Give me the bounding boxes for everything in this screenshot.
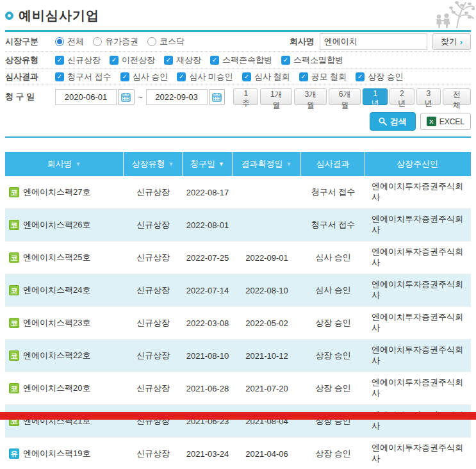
column-label: 상장유형 — [132, 158, 165, 170]
period-button[interactable]: 6개월 — [329, 88, 361, 105]
company-name[interactable]: 엔에이치스팩26호 — [23, 219, 90, 231]
filter-checkbox[interactable]: 공모 철회 — [299, 71, 347, 83]
result-date-cell: 2022-05-02 — [233, 318, 301, 328]
company-name[interactable]: 엔에이치스팩24호 — [23, 284, 90, 296]
filter-checkbox[interactable]: 신규상장 — [55, 54, 101, 66]
filter-checkbox[interactable]: 스팩존속합병 — [210, 54, 272, 66]
table-row[interactable]: 코 엔에이치스팩25호 신규상장 2022-07-25 2022-09-01 심… — [5, 242, 471, 274]
table-header-cell[interactable]: 청구일 — [183, 152, 233, 176]
table-row[interactable]: 코 엔에이치스팩26호 신규상장 2022-08-01 청구서 접수 엔에이치투… — [5, 209, 471, 242]
panel-divider — [5, 136, 471, 138]
company-cell: 유 엔에이치스팩19호 — [5, 448, 124, 459]
radio-icon — [147, 37, 156, 46]
table-header-cell[interactable]: 회사명 — [5, 152, 124, 176]
table-row[interactable]: 코 엔에이치스팩23호 신규상장 2022-03-08 2022-05-02 상… — [5, 307, 471, 340]
filter-checkbox[interactable]: 심사 미승인 — [177, 71, 233, 83]
market-badge: 코 — [9, 318, 19, 328]
market-radio-group: 전체 유가증권 코스닥 — [55, 36, 185, 47]
filter-checkbox[interactable]: 이전상장 — [110, 54, 155, 66]
date-to-input[interactable] — [146, 89, 208, 105]
market-badge: 코 — [9, 383, 19, 393]
excel-icon — [427, 117, 436, 126]
date-from-input[interactable] — [55, 89, 117, 105]
filter-checkbox[interactable]: 심사 승인 — [120, 71, 168, 83]
request-date-cell: 2022-08-17 — [183, 188, 233, 197]
period-button[interactable]: 2년 — [390, 88, 414, 105]
table-row[interactable]: 코 엔에이치스팩20호 신규상장 2021-06-28 2021-07-20 상… — [5, 372, 471, 405]
filter-checkbox[interactable]: 스팩소멸합병 — [281, 54, 343, 66]
company-name[interactable]: 엔에이치스팩23호 — [23, 317, 90, 329]
filter-checkbox[interactable]: 심사 철회 — [242, 71, 290, 83]
company-name[interactable]: 엔에이치스팩27호 — [23, 186, 90, 198]
listing-type-checkbox-group: 신규상장 이전상장 재상장 스팩존속합병 스팩소멸합병 — [55, 54, 343, 66]
listing-type-cell: 신규상장 — [124, 284, 183, 296]
table-row[interactable]: 유 엔에이치스팩19호 신규상장 2021-03-24 2021-04-06 상… — [5, 438, 471, 469]
company-cell: 코 엔에이치스팩24호 — [5, 284, 124, 296]
company-name[interactable]: 엔에이치스팩25호 — [23, 252, 90, 263]
filter-checkbox[interactable]: 상장 승인 — [356, 71, 404, 83]
period-button[interactable]: 1주 — [233, 88, 258, 105]
table-row[interactable]: 코 엔에이치스팩21호 신규상장 2021-06-23 2021-08-04 상… — [5, 405, 471, 438]
market-radio[interactable]: 전체 — [55, 36, 84, 47]
checkbox-icon — [356, 72, 365, 81]
radio-icon — [93, 37, 102, 46]
underwriter-cell: 엔에이치투자증권주식회사 — [365, 181, 470, 203]
market-badge: 코 — [9, 187, 19, 197]
listing-type-filter-label: 상장유형 — [5, 54, 55, 66]
decorative-tree-image — [403, 0, 475, 28]
find-button[interactable]: 찾기› — [432, 33, 471, 50]
column-label: 심사결과 — [316, 158, 350, 170]
table-row[interactable]: 코 엔에이치스팩22호 신규상장 2021-08-10 2021-10-12 상… — [5, 340, 471, 372]
table-header-cell[interactable]: 상장주선인 — [365, 152, 470, 176]
company-cell: 코 엔에이치스팩27호 — [5, 186, 124, 198]
period-button[interactable]: 전체 — [443, 88, 471, 105]
search-button[interactable]: 검색 — [370, 112, 416, 131]
checkbox-icon — [281, 56, 290, 65]
market-radio[interactable]: 유가증권 — [93, 36, 138, 47]
calendar-from-button[interactable] — [118, 89, 135, 105]
table-header-cell[interactable]: 결과확정일 — [233, 152, 301, 176]
company-cell: 코 엔에이치스팩25호 — [5, 252, 124, 263]
period-button-group: 1주1개월3개월6개월1년2년3년전체 — [231, 88, 471, 105]
filter-checkbox[interactable]: 재상장 — [164, 54, 201, 66]
company-name-input[interactable] — [320, 33, 427, 50]
table-row[interactable]: 코 엔에이치스팩24호 신규상장 2022-07-14 2022-08-10 심… — [5, 274, 471, 307]
market-radio[interactable]: 코스닥 — [147, 36, 185, 47]
page-header: 예비심사기업 — [0, 0, 476, 32]
table-row[interactable]: 코 엔에이치스팩27호 신규상장 2022-08-17 청구서 접수 엔에이치투… — [5, 176, 471, 209]
table-header-cell[interactable]: 심사결과 — [301, 152, 365, 176]
period-button[interactable]: 1개월 — [260, 88, 292, 105]
request-date-cell: 2021-03-24 — [183, 449, 233, 459]
underwriter-cell: 엔에이치투자증권주식회사 — [365, 214, 470, 236]
company-name[interactable]: 엔에이치스팩20호 — [23, 383, 90, 394]
column-label: 상장주선인 — [397, 158, 438, 170]
company-name[interactable]: 엔에이치스팩19호 — [23, 448, 90, 459]
period-button[interactable]: 3년 — [416, 88, 441, 105]
request-date-cell: 2022-03-08 — [183, 318, 233, 328]
underwriter-cell: 엔에이치투자증권주식회사 — [365, 345, 470, 366]
chevron-right-icon: › — [460, 37, 463, 47]
table-header-cell[interactable]: 상장유형 — [124, 152, 183, 176]
period-button[interactable]: 1년 — [363, 88, 388, 105]
checkbox-label: 상장 승인 — [368, 71, 404, 83]
request-date-cell: 2022-07-25 — [183, 253, 233, 263]
checkbox-label: 신규상장 — [67, 54, 101, 66]
filter-checkbox[interactable]: 청구서 접수 — [55, 71, 111, 83]
market-badge: 코 — [9, 220, 19, 230]
search-filter-panel: 시장구분 전체 유가증권 코스닥 회사명 찾기› 상장유형 신규상장 이전상장 … — [0, 32, 476, 138]
review-result-cell: 상장 승인 — [301, 317, 365, 329]
calendar-to-button[interactable] — [209, 89, 226, 105]
column-label: 청구일 — [190, 158, 215, 170]
radio-label: 전체 — [67, 36, 84, 47]
radio-label: 코스닥 — [160, 36, 185, 47]
underwriter-cell: 엔에이치투자증권주식회사 — [365, 377, 470, 399]
excel-button[interactable]: EXCEL — [420, 113, 471, 130]
page-title: 예비심사기업 — [19, 7, 99, 24]
period-button[interactable]: 3개월 — [294, 88, 326, 105]
company-name[interactable]: 엔에이치스팩22호 — [23, 350, 90, 361]
checkbox-label: 이전상장 — [122, 54, 155, 66]
market-badge: 유 — [9, 448, 19, 459]
column-label: 회사명 — [47, 158, 72, 170]
radio-label: 유가증권 — [105, 36, 138, 47]
company-name-label: 회사명 — [290, 36, 315, 47]
